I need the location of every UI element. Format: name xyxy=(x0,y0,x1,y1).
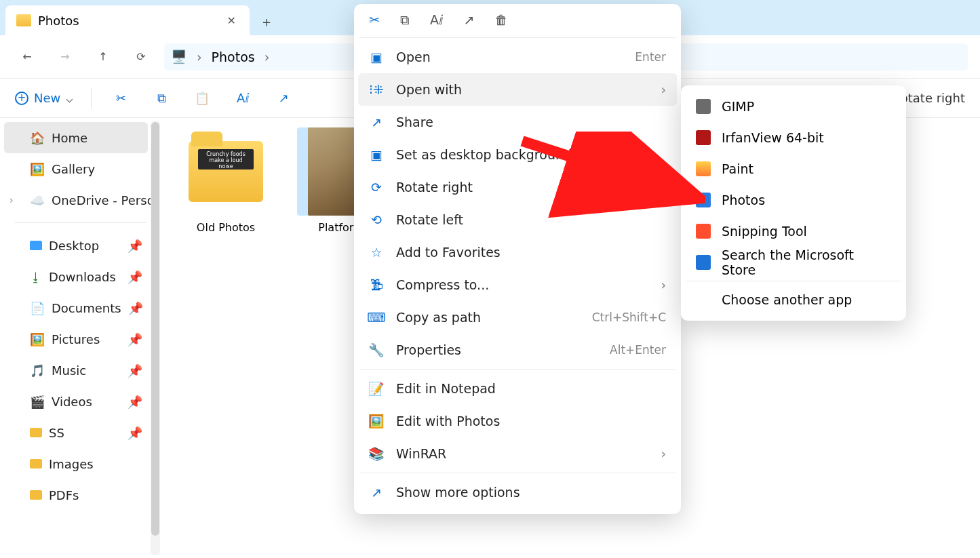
ctx-label: Add to Favorites xyxy=(396,245,501,260)
sidebar-item-documents[interactable]: 📄 Documents 📌 xyxy=(0,292,161,323)
ctx-share[interactable]: ↗ Share xyxy=(354,106,681,138)
folder-thumbnail: Crunchy foods make a loud noise xyxy=(182,127,270,216)
new-button[interactable]: + New ⌵ xyxy=(15,91,73,105)
sidebar-item-pictures[interactable]: 🖼️ Pictures 📌 xyxy=(0,323,161,355)
open-icon: ▣ xyxy=(369,49,384,64)
folder-icon xyxy=(30,428,42,437)
sidebar-item-label: Downloads xyxy=(49,270,116,284)
ctx-open-with[interactable]: ⁝⁜ Open with › xyxy=(358,73,677,106)
ctx-label: Open xyxy=(396,49,431,64)
more-options-icon: ↗ xyxy=(369,485,384,500)
wrench-icon: 🔧 xyxy=(369,342,384,358)
forward-button[interactable]: → xyxy=(50,43,80,71)
pin-icon: 📌 xyxy=(128,239,142,253)
divider xyxy=(359,473,675,473)
ctx-rotate-right[interactable]: ⟳ Rotate right xyxy=(354,171,681,203)
copy-icon[interactable]: ⧉ xyxy=(400,12,410,28)
photos-app-icon xyxy=(696,193,711,207)
sidebar-item-music[interactable]: 🎵 Music 📌 xyxy=(0,355,161,386)
ctx-open[interactable]: ▣ Open Enter xyxy=(354,41,681,73)
ctx-copy-as-path[interactable]: ⌨ Copy as path Ctrl+Shift+C xyxy=(354,301,681,334)
sidebar-item-label: SS xyxy=(49,426,64,440)
sidebar-item-gallery[interactable]: 🖼️ Gallery xyxy=(0,153,161,184)
divider xyxy=(359,369,675,370)
sidebar-item-home[interactable]: 🏠 Home xyxy=(4,122,148,153)
paint-icon xyxy=(696,161,711,176)
delete-icon[interactable]: 🗑 xyxy=(495,12,508,28)
divider xyxy=(359,37,675,38)
pin-icon: 📌 xyxy=(128,270,142,284)
sidebar-item-images[interactable]: Images xyxy=(0,448,161,479)
star-icon: ☆ xyxy=(369,245,384,260)
pin-icon: 📌 xyxy=(128,363,142,378)
openwith-choose-another[interactable]: Choose another app xyxy=(681,284,906,315)
folder-icon xyxy=(30,459,42,469)
breadcrumb-segment[interactable]: Photos xyxy=(212,49,255,64)
divider xyxy=(91,88,92,108)
ctx-edit-notepad[interactable]: 📝 Edit in Notepad xyxy=(354,372,681,405)
ctx-set-desktop-bg[interactable]: ▣ Set as desktop background xyxy=(354,138,681,171)
sidebar-item-pdfs[interactable]: PDFs xyxy=(0,479,161,511)
sidebar-item-label: Documents xyxy=(52,301,121,315)
openwith-paint[interactable]: Paint xyxy=(681,153,906,184)
wallpaper-icon: ▣ xyxy=(369,147,384,162)
up-button[interactable]: ↑ xyxy=(88,43,118,71)
cut-icon[interactable]: ✂ xyxy=(369,12,380,28)
plus-circle-icon: + xyxy=(15,92,28,105)
sidebar-item-downloads[interactable]: ⭳ Downloads 📌 xyxy=(0,261,161,292)
winrar-icon: 📚 xyxy=(369,446,384,462)
chevron-right-icon[interactable]: › xyxy=(9,195,14,205)
ctx-rotate-left[interactable]: ⟲ Rotate left xyxy=(354,203,681,236)
tab-photos[interactable]: Photos ✕ xyxy=(5,5,250,35)
document-icon: 📄 xyxy=(30,301,45,315)
sidebar-item-ss[interactable]: SS 📌 xyxy=(0,417,161,448)
rename-button[interactable]: Aⅈ xyxy=(231,87,254,110)
ctx-label: Edit with Photos xyxy=(396,414,500,429)
rename-icon[interactable]: Aⅈ xyxy=(430,12,444,28)
divider xyxy=(686,281,901,281)
file-item-folder[interactable]: Crunchy foods make a loud noise Old Phot… xyxy=(175,127,277,234)
sidebar-item-label: Videos xyxy=(52,395,92,409)
chevron-right-icon: › xyxy=(661,82,666,97)
cut-button[interactable]: ✂ xyxy=(109,87,132,110)
paste-button[interactable]: 📋 xyxy=(191,87,214,110)
ctx-shortcut: Enter xyxy=(635,50,666,64)
pictures-icon: 🖼️ xyxy=(30,332,45,346)
ctx-compress[interactable]: 🗜 Compress to... › xyxy=(354,268,681,301)
sidebar-item-videos[interactable]: 🎬 Videos 📌 xyxy=(0,386,161,417)
folder-preview-text: Crunchy foods make a loud noise xyxy=(198,149,254,170)
openwith-photos[interactable]: Photos xyxy=(681,184,906,216)
back-button[interactable]: ← xyxy=(12,43,42,71)
close-tab-button[interactable]: ✕ xyxy=(220,12,243,30)
irfanview-icon xyxy=(696,130,711,145)
sidebar-scrollthumb[interactable] xyxy=(151,122,159,536)
open-with-submenu: GIMP IrfanView 64-bit Paint Photos Snipp… xyxy=(681,85,906,321)
openwith-snipping-tool[interactable]: Snipping Tool xyxy=(681,216,906,247)
ctx-add-favorites[interactable]: ☆ Add to Favorites xyxy=(354,236,681,268)
ctx-show-more[interactable]: ↗ Show more options xyxy=(354,476,681,509)
openwith-gimp[interactable]: GIMP xyxy=(681,91,906,122)
share-icon[interactable]: ↗ xyxy=(464,12,475,28)
refresh-button[interactable]: ⟳ xyxy=(126,43,156,71)
ctx-edit-photos[interactable]: 🖼️ Edit with Photos xyxy=(354,405,681,437)
chevron-right-icon: › xyxy=(264,49,270,64)
sidebar-item-label: Images xyxy=(49,457,94,471)
ctx-winrar[interactable]: 📚 WinRAR › xyxy=(354,437,681,470)
sidebar-item-label: Music xyxy=(52,363,86,378)
rotate-right-partial[interactable]: otate right xyxy=(901,91,965,105)
ctx-properties[interactable]: 🔧 Properties Alt+Enter xyxy=(354,334,681,366)
new-tab-button[interactable]: ＋ xyxy=(252,9,281,34)
ctx-label: Share xyxy=(396,115,433,129)
sidebar-item-label: Gallery xyxy=(52,162,95,176)
openwith-irfanview[interactable]: IrfanView 64-bit xyxy=(681,122,906,153)
sidebar-item-onedrive[interactable]: › ☁️ OneDrive - Perso xyxy=(0,184,161,216)
folder-icon xyxy=(16,14,31,26)
share-button[interactable]: ↗ xyxy=(272,87,295,110)
ctx-label: Rotate left xyxy=(396,212,463,227)
chevron-right-icon: › xyxy=(661,446,666,461)
openwith-search-store[interactable]: Search the Microsoft Store xyxy=(681,247,906,278)
sidebar-item-desktop[interactable]: Desktop 📌 xyxy=(0,230,161,261)
download-icon: ⭳ xyxy=(30,270,42,284)
ctx-label: Show more options xyxy=(396,485,520,500)
copy-button[interactable]: ⧉ xyxy=(150,87,173,110)
